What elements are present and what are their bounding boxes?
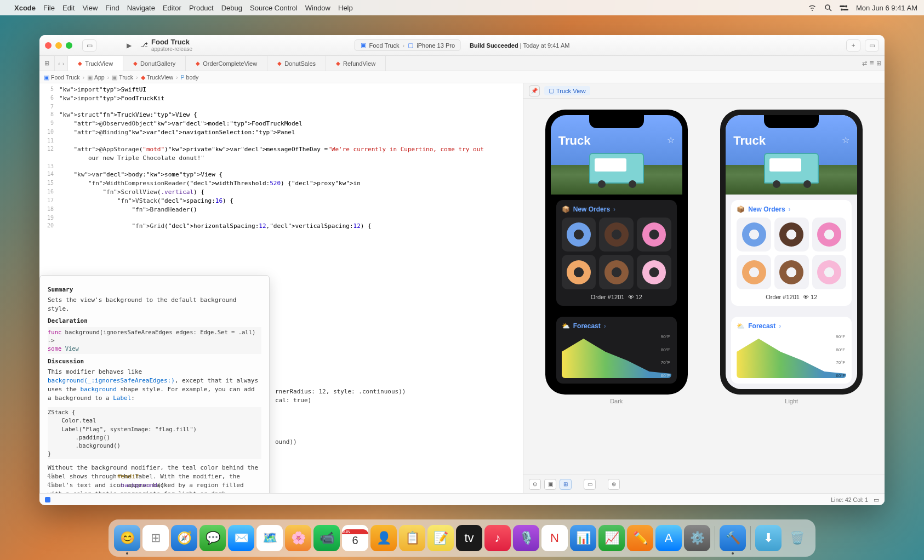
dock-launchpad[interactable]: ⊞: [142, 525, 169, 551]
toggle-navigator-button[interactable]: ▭: [82, 39, 96, 52]
dock-numbers[interactable]: 📈: [598, 525, 625, 551]
doc-link[interactable]: background(_:ignoresSafeAreaEdges:): [48, 377, 175, 384]
preview-canvas: 📌 ▢Truck View Truck ☆: [523, 83, 885, 493]
dock-mail[interactable]: ✉️: [228, 525, 254, 551]
editor-options-icon[interactable]: ⇄: [862, 60, 867, 67]
dock-contacts[interactable]: 👤: [370, 525, 397, 551]
donut-thumb: [599, 218, 634, 252]
tab-ordercompleteview[interactable]: ◆OrderCompleteView: [186, 56, 267, 71]
macos-dock: 😊 ⊞ 🧭 💬 ✉️ 🗺️ 🌸 📹 JUN6 👤 📋 📝 tv ♪ 🎙️ N 📊…: [109, 519, 815, 557]
favorite-star-icon: ☆: [667, 135, 675, 145]
zoom-window-button[interactable]: [66, 42, 72, 49]
xcode-window: ▭ ▶ ⎇ Food Truck appstore-release ▣ Food…: [39, 35, 885, 505]
wifi-icon[interactable]: [808, 4, 817, 11]
live-preview-button[interactable]: ⊙: [529, 479, 541, 490]
menu-editor[interactable]: Editor: [163, 4, 181, 12]
selectable-preview-button[interactable]: ▣: [544, 479, 556, 490]
canvas-settings-button[interactable]: ⊚: [608, 479, 620, 490]
dock-pages[interactable]: ✏️: [627, 525, 653, 551]
dock-safari[interactable]: 🧭: [171, 525, 197, 551]
preview-device-dark[interactable]: Truck ☆ 📦New Orders›: [545, 110, 688, 404]
dock-calendar[interactable]: JUN6: [342, 525, 368, 551]
dock-xcode[interactable]: 🔨: [720, 525, 746, 551]
library-add-button[interactable]: +: [846, 39, 860, 52]
dock-appstore[interactable]: A: [655, 525, 682, 551]
control-center-icon[interactable]: [840, 4, 848, 11]
menu-window[interactable]: Window: [305, 4, 330, 12]
dock-podcasts[interactable]: 🎙️: [513, 525, 539, 551]
swift-file-icon: ◆: [277, 60, 282, 66]
dock-tv[interactable]: tv: [456, 525, 482, 551]
menubar-clock[interactable]: Mon Jun 6 9:41 AM: [856, 4, 917, 12]
run-destination-selector[interactable]: ▣ Food Truck › ▢ iPhone 13 Pro: [355, 39, 461, 51]
scheme-selector[interactable]: ⎇ Food Truck appstore-release: [140, 38, 192, 52]
project-icon: ▣: [44, 74, 49, 81]
tab-truckview[interactable]: ◆TruckView: [68, 56, 123, 71]
toggle-inspector-button[interactable]: ▭: [865, 39, 879, 52]
dock-news[interactable]: N: [541, 525, 568, 551]
close-window-button[interactable]: [45, 42, 52, 49]
dock-photos[interactable]: 🌸: [285, 525, 311, 551]
menu-view[interactable]: View: [82, 4, 98, 12]
run-target: Food Truck: [369, 42, 400, 49]
preview-device-light[interactable]: Truck ☆ 📦New Orders›: [720, 110, 863, 404]
new-orders-card: 📦New Orders› Order #1201 👁 12: [556, 200, 677, 306]
menu-navigate[interactable]: Navigate: [127, 4, 155, 12]
preview-selector-chip[interactable]: ▢Truck View: [544, 86, 590, 95]
related-items-button[interactable]: ⊞: [39, 56, 55, 71]
dock-messages[interactable]: 💬: [199, 525, 226, 551]
folder-icon: ▣: [112, 74, 117, 81]
status-indicator: [45, 497, 50, 502]
tab-refundview[interactable]: ◆RefundView: [326, 56, 386, 71]
truck-illustration: [589, 153, 644, 184]
dock-facetime[interactable]: 📹: [313, 525, 340, 551]
declaration-code: func background(ignoresSafeAreaEdges edg…: [48, 327, 261, 355]
truck-illustration: [764, 153, 819, 184]
dock-maps[interactable]: 🗺️: [256, 525, 283, 551]
variants-preview-button[interactable]: ⊞: [560, 479, 572, 490]
donut-thumb: [599, 255, 634, 289]
editor-status-bar: Line: 42 Col: 1 ▭: [39, 493, 885, 505]
nav-back-forward[interactable]: ‹›: [55, 56, 68, 71]
device-notch: [589, 115, 644, 128]
discussion-para-1: This modifier behaves like background(_:…: [48, 368, 261, 403]
spotlight-icon[interactable]: [824, 4, 832, 12]
menu-edit[interactable]: Edit: [62, 4, 75, 12]
dock-finder[interactable]: 😊: [114, 525, 140, 551]
menu-source-control[interactable]: Source Control: [250, 4, 298, 12]
dock-downloads[interactable]: ⬇: [755, 525, 782, 551]
dock-music[interactable]: ♪: [484, 525, 511, 551]
dock-keynote[interactable]: 📊: [570, 525, 596, 551]
example-code: ZStack { Color.teal Label("Flag", system…: [48, 407, 261, 459]
preview-label-light: Light: [785, 398, 798, 404]
minimize-window-button[interactable]: [55, 42, 62, 49]
cursor-position: Line: 42 Col: 1: [831, 496, 868, 503]
sun-cloud-icon: ⛅: [562, 322, 570, 330]
menu-debug[interactable]: Debug: [221, 4, 242, 12]
dock-notes[interactable]: 📝: [427, 525, 454, 551]
minimap-toggle-icon[interactable]: ▭: [874, 496, 879, 503]
adjust-editor-icon[interactable]: ≣: [869, 60, 874, 67]
tab-donutgallery[interactable]: ◆DonutGallery: [123, 56, 186, 71]
menu-find[interactable]: Find: [105, 4, 119, 12]
macos-menubar: Xcode File Edit View Find Navigate Edito…: [0, 0, 924, 15]
menu-file[interactable]: File: [43, 4, 55, 12]
donut-thumb: [737, 218, 771, 252]
jump-bar[interactable]: ▣Food Truck ▣App ▣Truck ◆TruckView Pbody: [39, 71, 885, 83]
swift-file-icon: ◆: [196, 60, 200, 66]
device-settings-button[interactable]: ▭: [584, 479, 596, 490]
app-menu[interactable]: Xcode: [14, 4, 36, 12]
tab-donutsales[interactable]: ◆DonutSales: [267, 56, 326, 71]
doc-link[interactable]: background: [81, 386, 117, 393]
dock-reminders[interactable]: 📋: [399, 525, 425, 551]
menu-help[interactable]: Help: [338, 4, 353, 12]
doc-link[interactable]: Label: [113, 395, 131, 402]
source-editor[interactable]: 5"kw">import "typ">SwiftUI6"kw">import "…: [39, 83, 523, 493]
menu-product[interactable]: Product: [189, 4, 214, 12]
swift-file-icon: ◆: [336, 60, 340, 66]
dock-settings[interactable]: ⚙️: [684, 525, 710, 551]
pin-preview-button[interactable]: 📌: [529, 85, 540, 96]
add-editor-icon[interactable]: ⊞: [876, 60, 881, 67]
dock-trash[interactable]: 🗑️: [784, 525, 810, 551]
run-button[interactable]: ▶: [122, 39, 136, 52]
